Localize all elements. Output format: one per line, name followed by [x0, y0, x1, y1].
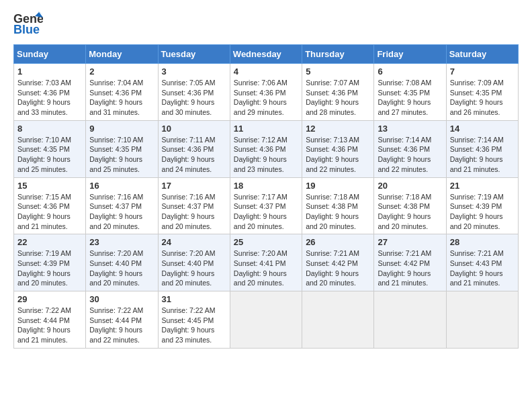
calendar-cell: [302, 291, 374, 349]
sunrise-label: Sunrise: 7:11 AM: [162, 136, 216, 144]
sunrise-label: Sunrise: 7:22 AM: [89, 306, 143, 314]
day-info: Sunrise: 7:20 AM Sunset: 4:41 PM Dayligh…: [234, 248, 298, 288]
day-number: 12: [306, 124, 370, 134]
sunrise-label: Sunrise: 7:16 AM: [89, 193, 143, 201]
daylight-label: Daylight: 9 hours and 30 minutes.: [162, 98, 215, 116]
day-number: 26: [306, 237, 370, 247]
day-info: Sunrise: 7:21 AM Sunset: 4:43 PM Dayligh…: [450, 248, 515, 288]
day-number: 1: [17, 66, 82, 77]
sunset-label: Sunset: 4:42 PM: [378, 259, 430, 267]
calendar-cell: 7 Sunrise: 7:09 AM Sunset: 4:35 PM Dayli…: [446, 64, 518, 121]
day-info: Sunrise: 7:21 AM Sunset: 4:42 PM Dayligh…: [378, 248, 442, 288]
calendar-cell: 10 Sunrise: 7:11 AM Sunset: 4:36 PM Dayl…: [158, 120, 230, 177]
calendar-cell: 14 Sunrise: 7:14 AM Sunset: 4:36 PM Dayl…: [446, 120, 518, 177]
calendar-cell: 19 Sunrise: 7:18 AM Sunset: 4:38 PM Dayl…: [302, 177, 374, 234]
day-info: Sunrise: 7:18 AM Sunset: 4:38 PM Dayligh…: [378, 192, 442, 232]
day-info: Sunrise: 7:04 AM Sunset: 4:36 PM Dayligh…: [89, 78, 154, 118]
day-info: Sunrise: 7:22 AM Sunset: 4:44 PM Dayligh…: [89, 306, 154, 345]
sunrise-label: Sunrise: 7:10 AM: [89, 136, 143, 144]
daylight-label: Daylight: 9 hours and 20 minutes.: [89, 212, 142, 230]
sunset-label: Sunset: 4:36 PM: [306, 89, 358, 97]
daylight-label: Daylight: 9 hours and 21 minutes.: [17, 326, 71, 344]
calendar-table: SundayMondayTuesdayWednesdayThursdayFrid…: [13, 44, 519, 349]
day-number: 9: [89, 124, 154, 134]
day-info: Sunrise: 7:19 AM Sunset: 4:39 PM Dayligh…: [450, 192, 515, 232]
daylight-label: Daylight: 9 hours and 31 minutes.: [89, 98, 142, 116]
sunrise-label: Sunrise: 7:21 AM: [306, 249, 359, 257]
sunrise-label: Sunrise: 7:21 AM: [378, 249, 431, 257]
day-info: Sunrise: 7:16 AM Sunset: 4:37 PM Dayligh…: [89, 192, 154, 232]
daylight-label: Daylight: 9 hours and 22 minutes.: [306, 155, 359, 173]
sunset-label: Sunset: 4:36 PM: [306, 145, 358, 153]
sunrise-label: Sunrise: 7:18 AM: [378, 193, 431, 201]
calendar-cell: 25 Sunrise: 7:20 AM Sunset: 4:41 PM Dayl…: [230, 234, 302, 291]
daylight-label: Daylight: 9 hours and 20 minutes.: [17, 269, 71, 287]
daylight-label: Daylight: 9 hours and 20 minutes.: [378, 212, 431, 230]
calendar-week-1: 1 Sunrise: 7:03 AM Sunset: 4:36 PM Dayli…: [14, 64, 519, 121]
sunset-label: Sunset: 4:38 PM: [378, 202, 430, 210]
calendar-cell: 6 Sunrise: 7:08 AM Sunset: 4:35 PM Dayli…: [374, 64, 446, 121]
daylight-label: Daylight: 9 hours and 26 minutes.: [450, 98, 503, 116]
day-number: 20: [378, 181, 442, 191]
calendar-cell: [446, 291, 518, 349]
calendar-cell: 26 Sunrise: 7:21 AM Sunset: 4:42 PM Dayl…: [302, 234, 374, 291]
sunrise-label: Sunrise: 7:09 AM: [450, 79, 504, 87]
day-info: Sunrise: 7:14 AM Sunset: 4:36 PM Dayligh…: [378, 135, 442, 175]
weekday-header-tuesday: Tuesday: [158, 45, 230, 64]
sunrise-label: Sunrise: 7:08 AM: [378, 79, 431, 87]
day-number: 13: [378, 124, 442, 134]
day-info: Sunrise: 7:11 AM Sunset: 4:36 PM Dayligh…: [162, 135, 226, 175]
day-number: 15: [17, 181, 82, 191]
calendar-cell: 1 Sunrise: 7:03 AM Sunset: 4:36 PM Dayli…: [14, 64, 86, 121]
daylight-label: Daylight: 9 hours and 20 minutes.: [89, 269, 142, 287]
day-info: Sunrise: 7:15 AM Sunset: 4:36 PM Dayligh…: [17, 192, 82, 232]
calendar-week-3: 15 Sunrise: 7:15 AM Sunset: 4:36 PM Dayl…: [14, 177, 519, 234]
day-info: Sunrise: 7:18 AM Sunset: 4:38 PM Dayligh…: [306, 192, 370, 232]
day-number: 7: [450, 66, 515, 77]
day-number: 14: [450, 124, 515, 134]
calendar-cell: 24 Sunrise: 7:20 AM Sunset: 4:40 PM Dayl…: [158, 234, 230, 291]
sunrise-label: Sunrise: 7:20 AM: [162, 249, 216, 257]
sunrise-label: Sunrise: 7:03 AM: [17, 79, 71, 87]
sunrise-label: Sunrise: 7:14 AM: [378, 136, 431, 144]
daylight-label: Daylight: 9 hours and 25 minutes.: [89, 155, 142, 173]
day-info: Sunrise: 7:12 AM Sunset: 4:36 PM Dayligh…: [234, 135, 298, 175]
daylight-label: Daylight: 9 hours and 20 minutes.: [234, 212, 287, 230]
weekday-header-wednesday: Wednesday: [230, 45, 302, 64]
daylight-label: Daylight: 9 hours and 27 minutes.: [378, 98, 431, 116]
calendar-cell: 8 Sunrise: 7:10 AM Sunset: 4:35 PM Dayli…: [14, 120, 86, 177]
sunrise-label: Sunrise: 7:05 AM: [162, 79, 216, 87]
calendar-cell: 29 Sunrise: 7:22 AM Sunset: 4:44 PM Dayl…: [14, 291, 86, 349]
sunrise-label: Sunrise: 7:15 AM: [17, 193, 71, 201]
day-info: Sunrise: 7:10 AM Sunset: 4:35 PM Dayligh…: [89, 135, 154, 175]
sunrise-label: Sunrise: 7:13 AM: [306, 136, 359, 144]
daylight-label: Daylight: 9 hours and 22 minutes.: [378, 155, 431, 173]
sunrise-label: Sunrise: 7:22 AM: [17, 306, 71, 314]
calendar-cell: 15 Sunrise: 7:15 AM Sunset: 4:36 PM Dayl…: [14, 177, 86, 234]
sunset-label: Sunset: 4:41 PM: [234, 259, 286, 267]
day-info: Sunrise: 7:13 AM Sunset: 4:36 PM Dayligh…: [306, 135, 370, 175]
day-info: Sunrise: 7:19 AM Sunset: 4:39 PM Dayligh…: [17, 248, 82, 288]
sunset-label: Sunset: 4:36 PM: [89, 89, 142, 97]
sunset-label: Sunset: 4:37 PM: [234, 202, 286, 210]
daylight-label: Daylight: 9 hours and 24 minutes.: [162, 155, 215, 173]
sunset-label: Sunset: 4:36 PM: [162, 89, 214, 97]
weekday-header-thursday: Thursday: [302, 45, 374, 64]
day-number: 4: [234, 66, 298, 77]
sunrise-label: Sunrise: 7:10 AM: [17, 136, 71, 144]
daylight-label: Daylight: 9 hours and 20 minutes.: [234, 269, 287, 287]
day-number: 8: [17, 124, 82, 134]
weekday-header-row: SundayMondayTuesdayWednesdayThursdayFrid…: [14, 45, 519, 64]
weekday-header-sunday: Sunday: [14, 45, 86, 64]
day-info: Sunrise: 7:22 AM Sunset: 4:45 PM Dayligh…: [162, 306, 226, 345]
header: General Blue: [13, 11, 519, 36]
daylight-label: Daylight: 9 hours and 21 minutes.: [450, 155, 503, 173]
calendar-cell: 4 Sunrise: 7:06 AM Sunset: 4:36 PM Dayli…: [230, 64, 302, 121]
day-info: Sunrise: 7:20 AM Sunset: 4:40 PM Dayligh…: [89, 248, 154, 288]
sunset-label: Sunset: 4:35 PM: [378, 89, 430, 97]
sunrise-label: Sunrise: 7:19 AM: [450, 193, 504, 201]
sunset-label: Sunset: 4:35 PM: [17, 145, 70, 153]
day-number: 5: [306, 66, 370, 77]
sunrise-label: Sunrise: 7:04 AM: [89, 79, 143, 87]
sunset-label: Sunset: 4:36 PM: [450, 145, 502, 153]
